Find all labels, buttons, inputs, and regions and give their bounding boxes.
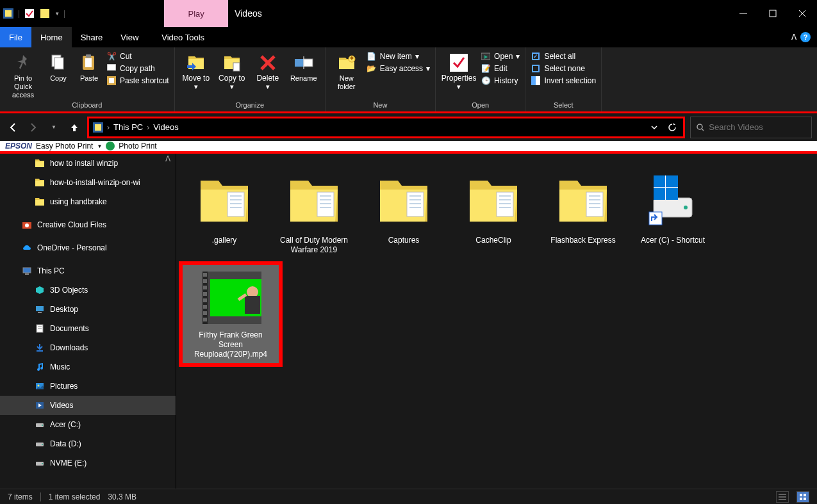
tree-item[interactable]: Data (D:) (0, 434, 176, 453)
music-icon (35, 362, 45, 372)
move-to-button[interactable]: Move to ▾ (180, 50, 212, 91)
tree-item-label: Music (50, 362, 70, 371)
breadcrumb[interactable]: Videos (153, 122, 179, 132)
maximize-button[interactable] (758, 0, 788, 27)
qat-properties-icon[interactable] (24, 8, 35, 19)
tab-file[interactable]: File (0, 27, 31, 47)
tree-item[interactable]: Desktop (0, 300, 176, 319)
copy-to-button[interactable]: Copy to ▾ (216, 50, 248, 91)
invert-selection-button[interactable]: Invert selection (531, 76, 596, 86)
svg-rect-5 (770, 10, 776, 17)
file-item[interactable]: Filthy Frank Green Screen Reupload(720P)… (183, 265, 279, 363)
tree-item[interactable]: using handbrake (0, 192, 176, 211)
selection-count: 1 item selected (49, 492, 101, 501)
copy-button[interactable]: Copy (45, 50, 72, 83)
tree-item[interactable]: how to install winzip (0, 154, 176, 173)
tree-item[interactable]: This PC (0, 261, 176, 280)
svg-rect-44 (38, 312, 42, 313)
tab-share[interactable]: Share (72, 27, 112, 47)
file-name: Filthy Frank Green Screen Reupload(720P)… (186, 330, 275, 359)
tree-item[interactable]: Documents (0, 319, 176, 338)
edit-icon: 📝 (481, 63, 491, 74)
svg-rect-122 (804, 498, 806, 500)
properties-button[interactable]: Properties▾ (441, 50, 477, 91)
file-list[interactable]: .galleryCall of Duty Modern Warfare 2019… (176, 154, 817, 489)
help-icon[interactable]: ? (800, 32, 811, 42)
tree-item[interactable]: Videos (0, 396, 176, 415)
tree-item[interactable]: Creative Cloud Files (0, 215, 176, 234)
tree-item[interactable]: 3D Objects (0, 280, 176, 300)
breadcrumb[interactable]: This PC (113, 122, 143, 132)
paste-button[interactable]: Paste (76, 50, 103, 83)
epson-photo-print[interactable]: Photo Print (119, 142, 156, 150)
delete-button[interactable]: Delete▾ (252, 50, 284, 91)
paste-icon (79, 53, 99, 73)
svg-line-35 (702, 129, 704, 131)
ribbon: Pin to Quick access Copy Paste ✂️Cut Cop… (0, 47, 817, 111)
file-name: Call of Duty Modern Warfare 2019 (276, 236, 352, 255)
dropdown-icon[interactable]: ▼ (97, 143, 102, 149)
edit-button[interactable]: 📝Edit (481, 63, 520, 74)
new-item-button[interactable]: 📄New item ▾ (367, 51, 430, 61)
history-button[interactable]: 🕒History (481, 76, 520, 86)
qat-divider: | (18, 9, 20, 18)
qat-undo-icon[interactable] (39, 8, 51, 19)
select-none-button[interactable]: Select none (531, 63, 596, 74)
collapse-ribbon-icon[interactable]: ᐱ (791, 33, 796, 42)
file-item[interactable]: Acer (C) - Shortcut (631, 167, 714, 259)
open-button[interactable]: Open ▾ (481, 51, 520, 61)
svg-rect-15 (109, 78, 114, 83)
svg-rect-33 (95, 124, 101, 131)
recent-locations-dropdown[interactable]: ▼ (46, 120, 62, 135)
close-button[interactable] (788, 0, 817, 27)
file-item[interactable]: CacheClip (452, 167, 535, 259)
tree-item[interactable]: Music (0, 357, 176, 377)
svg-rect-37 (35, 180, 44, 186)
svg-rect-101 (203, 286, 207, 289)
up-button[interactable] (67, 120, 82, 135)
tab-home[interactable]: Home (31, 27, 72, 47)
tree-item[interactable]: how-to-install-winzip-on-wi (0, 173, 176, 192)
tab-view[interactable]: View (111, 27, 147, 47)
tab-video-tools[interactable]: Video Tools (153, 27, 213, 47)
refresh-button[interactable] (665, 120, 679, 134)
copy-path-button[interactable]: Copy path (106, 63, 169, 74)
file-item[interactable]: Call of Duty Modern Warfare 2019 (272, 167, 356, 259)
pin-quick-access-button[interactable]: Pin to Quick access (5, 50, 41, 99)
search-input[interactable] (709, 122, 806, 132)
folder-icon (283, 170, 345, 232)
tree-item[interactable]: NVME (E:) (0, 453, 176, 473)
svg-text:✦: ✦ (349, 54, 355, 63)
rename-button[interactable]: Rename (288, 50, 320, 83)
file-item[interactable]: Captures (362, 167, 445, 259)
details-view-button[interactable] (776, 491, 789, 503)
ribbon-group-organize: Move to ▾ Copy to ▾ Delete▾ Rename Organ… (175, 47, 326, 111)
qat-dropdown-icon[interactable]: ▼ (54, 11, 60, 17)
cut-button[interactable]: ✂️Cut (106, 51, 169, 61)
large-icons-view-button[interactable] (796, 491, 809, 503)
epson-easy-print[interactable]: Easy Photo Print (36, 142, 93, 150)
scroll-up-icon[interactable]: ᐱ (163, 154, 173, 164)
tree-item-label: Creative Cloud Files (37, 220, 106, 229)
drive-icon (35, 419, 45, 430)
tree-item[interactable]: Downloads (0, 338, 176, 357)
paste-shortcut-button[interactable]: Paste shortcut (106, 76, 169, 86)
tree-item[interactable]: Pictures (0, 377, 176, 396)
tree-item[interactable]: OneDrive - Personal (0, 238, 176, 257)
select-all-button[interactable]: Select all (531, 51, 596, 61)
back-button[interactable] (5, 120, 21, 135)
easy-access-button[interactable]: 📂Easy access ▾ (367, 63, 430, 74)
tree-item[interactable]: Acer (C:) (0, 415, 176, 434)
svg-rect-87 (654, 175, 665, 187)
documents-icon (35, 323, 45, 334)
minimize-button[interactable] (729, 0, 758, 27)
file-item[interactable]: Flashback Express (541, 167, 625, 259)
forward-button[interactable] (26, 120, 41, 135)
contextual-tab-group: Play (164, 0, 228, 27)
new-folder-button[interactable]: ✦ New folder (331, 50, 363, 91)
file-item[interactable]: .gallery (183, 167, 266, 259)
address-bar[interactable]: › This PC › Videos (87, 117, 685, 138)
search-box[interactable] (690, 117, 812, 138)
previous-locations-dropdown[interactable] (647, 120, 661, 134)
svg-rect-92 (654, 187, 678, 188)
